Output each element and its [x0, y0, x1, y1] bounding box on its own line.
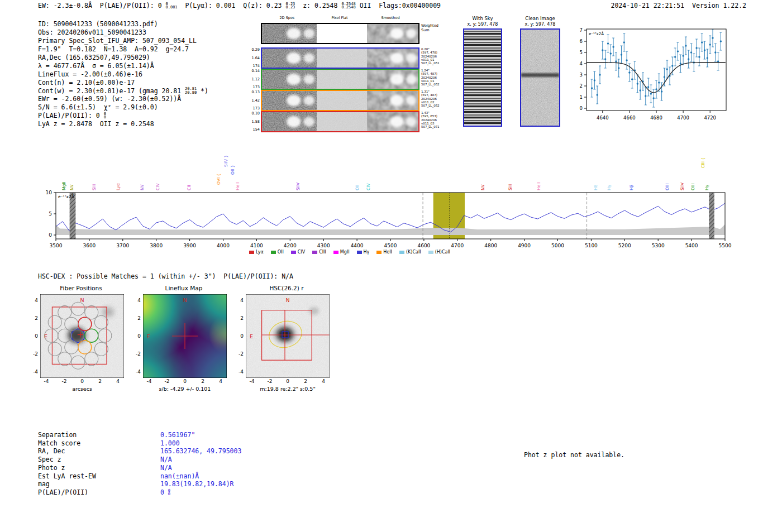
legend-swatch [249, 251, 254, 254]
y-tick-label: 0 [49, 232, 52, 238]
y-tick-label: 0 [137, 333, 141, 339]
legend-label: CIII [319, 250, 326, 255]
y-tick-label: -4 [33, 369, 38, 375]
weight-value: 154 [253, 128, 260, 132]
emission-line-label: CIII { [700, 157, 705, 168]
emission-line-label: HeII [235, 182, 240, 190]
fiber-weight-labels: 0.141.12173 [250, 69, 261, 90]
y-tick-label: 2 [35, 315, 38, 321]
x-tick-label: 4660 [623, 115, 636, 121]
legend-swatch [357, 251, 362, 254]
y-tick-label: 10 [46, 190, 53, 195]
spec2d-strip [262, 91, 317, 110]
x-axis-ticks: -4-2024 [40, 378, 124, 385]
sup-sub-value: 0.25480.2548 [341, 2, 355, 9]
emission-line-label: HeII [536, 182, 541, 190]
fiber-id-labels: 0.28"(597, 478)20240206v011_01507_LL_051 [419, 47, 452, 69]
y-axis-label: e⁻¹⁷x2Å [58, 194, 75, 199]
timestamp: 2024-10-21 22:21:51 [611, 2, 685, 9]
y-tick-label: 1 [580, 94, 583, 100]
spec2d-smooth-image [367, 49, 418, 68]
info-line-7: Cont(n) = 2.10(±0.00)e-17 [38, 78, 208, 87]
x-tick-label: 5000 [551, 243, 564, 248]
weight-value: 173 [253, 85, 260, 89]
east-label: E [44, 333, 47, 339]
match-row-value: 0.561967" [160, 431, 195, 439]
legend-item: MgII [333, 250, 350, 255]
east-label: E [250, 333, 253, 339]
spec2d-panel: 2D Spec Pixel Flat Smoothed WeightedSum0… [250, 16, 456, 132]
text-segment: S/N = 6.6(±1.5) χ² = 2.9(±0.0) [38, 103, 158, 111]
y-tick-label: 0 [35, 333, 38, 339]
cutout-fiber-positions: Fiber Positions 420-2-4 NE -4-2024 arcse… [28, 285, 134, 392]
spec2d-image-group [261, 111, 419, 132]
y-tick-label: 4 [35, 298, 38, 303]
legend-swatch [271, 251, 276, 254]
elixer-report-page: EW: -2.3±-0.8Å P(LAE)/P(OII): 0 00.001 P… [0, 0, 782, 532]
y-tick-label: 5 [49, 211, 52, 217]
text-segment: OII Flags:0x00400009 [356, 2, 441, 9]
match-row-value: 19.83(19.82,19.84)R [160, 480, 234, 488]
text-segment: *) [197, 87, 208, 95]
y-axis-label: e⁻¹⁷x2Å [589, 31, 604, 36]
col-header-smoothed: Smoothed [381, 16, 399, 20]
cutout-caption: m:19.8 re:2.2" s:0.5" [246, 386, 330, 392]
match-row-label: RA, Dec [38, 447, 160, 456]
legend-swatch [291, 251, 296, 254]
y-tick-label: 6 [580, 39, 583, 44]
weight-value: 1.12 [252, 78, 260, 82]
legend-swatch [399, 251, 404, 254]
legend-item: CIV [291, 250, 305, 255]
x-tick-label: 0 [286, 378, 289, 384]
text-segment: LineFlux = -2.00(±0.46)e-16 [38, 70, 142, 78]
spec2d-strip [262, 112, 317, 131]
match-row-label: Est LyA rest-EW [38, 472, 160, 481]
photz-note: Phot z plot not available. [524, 451, 624, 459]
fiber-positions-svg: NE [40, 294, 124, 378]
cutout-caption: arcsecs [40, 386, 124, 392]
east-label: E [147, 333, 150, 339]
spec2d-strip [317, 91, 367, 110]
legend-label: Hγ [364, 250, 370, 255]
spec2d-flat-image [317, 91, 367, 110]
x-axis-ticks: -4-2024 [246, 378, 330, 385]
y-tick-label: 4 [137, 298, 141, 303]
text-segment: Cont(n) = 2.10(±0.00)e-17 [38, 79, 135, 87]
match-row-value: 165.632746, 49.795003 [160, 447, 241, 456]
cutout-title: Lineflux Map [131, 285, 237, 294]
text-segment: F=1.9" T=0.182 N=1.38 A=0.92 g=24.7 [38, 45, 189, 53]
legend-item: CIII [312, 250, 326, 255]
emission-line-label: MgII [61, 181, 66, 190]
sup-sub-value: 0.230.23 [285, 2, 295, 9]
fiber-row-1: 0.291.641740.28"(597, 478)20240206v011_0… [250, 47, 456, 69]
info-line-12: LyA z = 2.8478 OII z = 0.2548 [38, 120, 208, 128]
emission-line-label: Hβ [629, 184, 634, 190]
emission-line-label: OIII [690, 183, 695, 190]
weight-value: 0.29 [252, 48, 260, 52]
x-tick-label: 5200 [618, 243, 631, 248]
report-meta: 2024-10-21 22:21:51Version 1.22.2 [603, 2, 747, 9]
spectrum-line [56, 203, 725, 232]
x-tick-label: -2 [62, 378, 67, 384]
y-axis-ticks: 420-2-4 [131, 294, 143, 378]
spec2d-flat-image [317, 70, 367, 89]
spec2d-spec-image [262, 91, 317, 110]
spec2d-strip [367, 49, 418, 68]
emission-line-label: SiII [92, 184, 97, 190]
spec2d-spec-image [262, 112, 317, 131]
weighted-sum-row: WeightedSum [250, 23, 456, 44]
withsky-image [463, 28, 502, 127]
x-tick-label: 5300 [652, 243, 665, 248]
cutout-caption: s/b: -4.29 +/- 0.101 [143, 386, 227, 392]
x-tick-label: 4700 [451, 243, 464, 248]
spec2d-rows: WeightedSum0.291.641740.28"(597, 478)202… [250, 23, 456, 132]
x-tick-label: -4 [250, 378, 255, 384]
col-header-pixelflat: Pixel Flat [331, 16, 347, 20]
match-row-value: N/A [160, 464, 172, 472]
spec2d-strip [262, 24, 317, 43]
emission-line-label: CIV [155, 183, 160, 190]
legend-item: (H)CaII [428, 250, 450, 255]
x-tick-label: 5100 [585, 243, 598, 248]
spec2d-image-group [261, 23, 419, 44]
emission-line-label: OIII [665, 183, 670, 190]
